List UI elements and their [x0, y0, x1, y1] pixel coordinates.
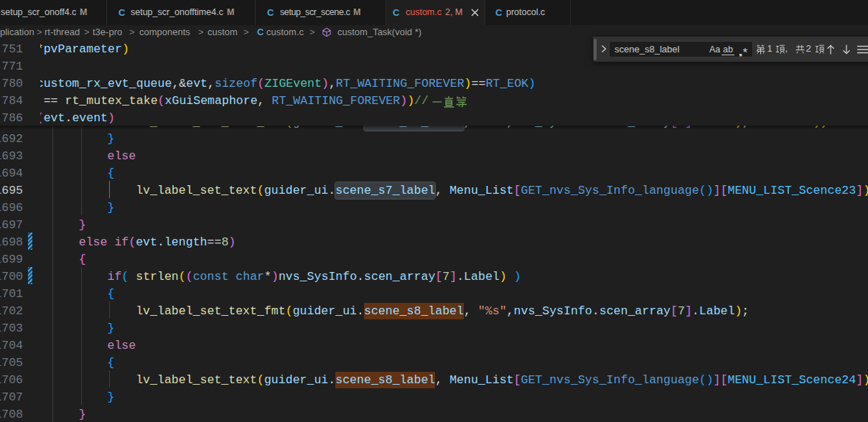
svg-text:*: * [743, 47, 748, 57]
